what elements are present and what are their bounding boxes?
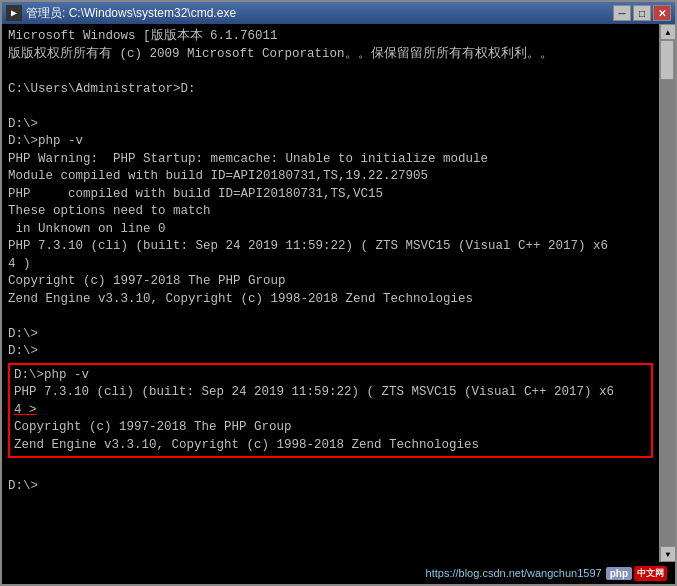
cmd-icon: ▶ [6, 5, 22, 21]
highlighted-section: D:\>php -v PHP 7.3.10 (cli) (built: Sep … [8, 363, 653, 459]
line-copyright-php-2: Copyright (c) 1997-2018 The PHP Group [14, 420, 292, 434]
cmd-window: ▶ 管理员: C:\Windows\system32\cmd.exe ─ □ ✕… [0, 0, 677, 586]
close-button[interactable]: ✕ [653, 5, 671, 21]
scroll-up-button[interactable]: ▲ [660, 24, 675, 40]
line-windows-version: Microsoft Windows [版版本本 6.1.76011 [8, 29, 278, 43]
line-module-compiled: Module compiled with build ID=API2018073… [8, 169, 428, 183]
line-4-1: 4 ) [8, 257, 31, 271]
scrollbar[interactable]: ▲ ▼ [659, 24, 675, 562]
window-title: 管理员: C:\Windows\system32\cmd.exe [26, 5, 236, 22]
scroll-down-button[interactable]: ▼ [660, 546, 675, 562]
line-d-prompt-1: D:\> [8, 117, 38, 131]
line-php-v-2: D:\>php -v [14, 368, 89, 382]
line-d-prompt-3: D:\> [8, 344, 38, 358]
maximize-button[interactable]: □ [633, 5, 651, 21]
window-controls: ─ □ ✕ [613, 5, 671, 21]
line-copyright-php-1: Copyright (c) 1997-2018 The PHP Group [8, 274, 286, 288]
scroll-thumb[interactable] [660, 40, 674, 80]
line-d-prompt-final: D:\> [8, 479, 38, 493]
titlebar-left: ▶ 管理员: C:\Windows\system32\cmd.exe [6, 5, 236, 22]
bottom-bar: https://blog.csdn.net/wangchun1597 php 中… [2, 562, 675, 584]
line-4-2: 4 > [14, 403, 37, 417]
php-logo: php [606, 567, 632, 580]
terminal-output[interactable]: Microsoft Windows [版版本本 6.1.76011 版版权权所所… [2, 24, 659, 562]
line-php-v-1: D:\>php -v [8, 134, 83, 148]
line-zend-2: Zend Engine v3.3.10, Copyright (c) 1998-… [14, 438, 479, 452]
line-php-compiled: PHP compiled with build ID=API20180731,T… [8, 187, 383, 201]
csdn-logo: 中文网 [634, 566, 667, 581]
line-options: These options need to match [8, 204, 211, 218]
line-warning: PHP Warning: PHP Startup: memcache: Unab… [8, 152, 488, 166]
terminal-area: Microsoft Windows [版版本本 6.1.76011 版版权权所所… [2, 24, 675, 562]
line-php-version-1: PHP 7.3.10 (cli) (built: Sep 24 2019 11:… [8, 239, 608, 253]
line-prompt-1: C:\Users\Administrator>D: [8, 82, 196, 96]
titlebar: ▶ 管理员: C:\Windows\system32\cmd.exe ─ □ ✕ [2, 2, 675, 24]
line-unknown: in Unknown on line 0 [8, 222, 166, 236]
line-php-version-2: PHP 7.3.10 (cli) (built: Sep 24 2019 11:… [14, 385, 614, 399]
line-d-prompt-2: D:\> [8, 327, 38, 341]
line-copyright-ms: 版版权权所所有有 (c) 2009 Microsoft Corporation。… [8, 47, 553, 61]
scroll-track[interactable] [660, 40, 675, 546]
watermark-url: https://blog.csdn.net/wangchun1597 [426, 567, 602, 579]
line-zend-1: Zend Engine v3.3.10, Copyright (c) 1998-… [8, 292, 473, 306]
minimize-button[interactable]: ─ [613, 5, 631, 21]
